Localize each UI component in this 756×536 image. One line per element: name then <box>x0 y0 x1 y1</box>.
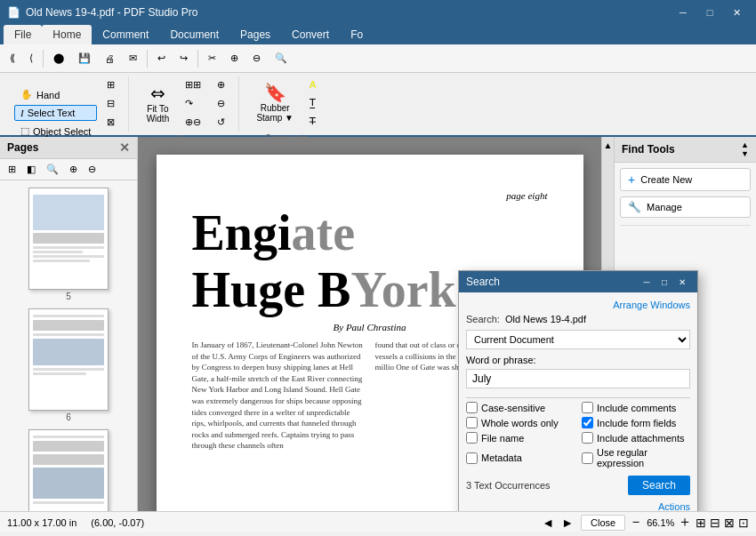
check-filename-label: File name <box>481 433 524 444</box>
check-include-form-fields[interactable]: Include form fields <box>582 417 690 428</box>
highlight-tool[interactable]: A <box>303 76 322 92</box>
manage-label: Manage <box>647 202 682 212</box>
headline-1-start: Engi <box>192 205 292 260</box>
pages-tb-1[interactable]: ⊞ <box>4 161 20 178</box>
check-file-name[interactable]: File name <box>466 432 575 444</box>
check-include-attachments[interactable]: Include attachments <box>582 432 690 444</box>
strikeout-tool[interactable]: T̶ <box>303 113 322 130</box>
checkbox-case-sensitive[interactable] <box>466 402 478 413</box>
toolbar-cut[interactable]: ✂ <box>202 47 222 70</box>
underline-tool[interactable]: T̲ <box>303 94 322 111</box>
object-select-icon: ⬚ <box>20 125 29 137</box>
search-in-row: Search: Old News 19-4.pdf <box>466 314 690 324</box>
toolbar-new[interactable]: ⬤ <box>47 47 70 70</box>
tab-convert[interactable]: Convert <box>281 25 340 44</box>
view-grid[interactable]: ⊞⊞ <box>179 76 207 93</box>
tool-hand[interactable]: ✋ Hand <box>14 86 97 103</box>
zoom-out-btn[interactable]: － <box>629 513 643 532</box>
page-next-btn[interactable]: ► <box>558 516 577 530</box>
page-prev-btn[interactable]: ◄ <box>538 516 558 530</box>
toolbar-back[interactable]: ⟪ <box>4 47 21 70</box>
check-metadata[interactable]: Metadata <box>466 447 575 468</box>
app-logo: 📄 <box>7 6 20 19</box>
toolbar-email[interactable]: ✉ <box>123 47 143 70</box>
checkbox-regex[interactable] <box>582 452 593 464</box>
check-include-comments[interactable]: Include comments <box>582 402 690 413</box>
toolbar-save[interactable]: 💾 <box>72 47 97 70</box>
toolbar-prev[interactable]: ⟨ <box>23 47 39 70</box>
checkbox-include-comments[interactable] <box>582 402 593 413</box>
view-rotate-ccw[interactable]: ⊕⊖ <box>179 114 207 131</box>
tab-comment[interactable]: Comment <box>92 25 159 44</box>
create-new-button[interactable]: + Create New <box>620 168 751 191</box>
phrase-input[interactable] <box>466 369 690 388</box>
tab-fo[interactable]: Fo <box>340 25 374 44</box>
close-button[interactable]: Close <box>581 515 625 531</box>
checkbox-whole-words[interactable] <box>466 417 478 428</box>
toolbar-redo[interactable]: ↪ <box>173 47 194 70</box>
fit-to-width-button[interactable]: ⇔ Fit ToWidth <box>140 80 175 128</box>
doc-headline-1: Engiate <box>192 208 548 258</box>
check-whole-words[interactable]: Whole words only <box>466 417 575 428</box>
toolbar-print[interactable]: 🖨 <box>99 47 121 70</box>
rubber-stamp-button[interactable]: 🔖 RubberStamp ▼ <box>250 79 300 127</box>
check-regex[interactable]: Use regular expression <box>582 447 690 468</box>
dialog-maximize[interactable]: □ <box>656 275 672 289</box>
ribbon-view-content: ⇔ Fit ToWidth ⊞⊞ ↷ ⊕⊖ ⊕ ⊖ ↺ <box>140 76 231 131</box>
toolbar-extra1[interactable]: ⊞ <box>101 76 121 93</box>
zoom-in-btn[interactable]: ＋ <box>678 513 692 532</box>
tool-select-text[interactable]: I Select Text <box>14 105 97 121</box>
search-button[interactable]: Search <box>628 476 690 495</box>
maximize-button[interactable]: □ <box>697 4 722 21</box>
checkbox-include-form-fields[interactable] <box>582 417 593 428</box>
pages-panel: Pages ✕ ⊞ ◧ 🔍 ⊕ ⊖ <box>0 137 138 511</box>
search-count: 3 Text Occurrences <box>466 480 551 491</box>
view-rotate-cw[interactable]: ↷ <box>179 95 207 112</box>
toolbar-zoomin[interactable]: ⊕ <box>224 47 245 70</box>
check-case-label: Case-sensitive <box>481 403 545 413</box>
toolbar-zoomout[interactable]: ⊖ <box>246 47 267 70</box>
tab-document[interactable]: Document <box>159 25 229 44</box>
close-window-button[interactable]: ✕ <box>724 4 749 21</box>
find-scroll-up[interactable]: ▲ <box>741 140 749 149</box>
page-thumb-6[interactable]: 6 <box>4 305 133 426</box>
page-thumb-5[interactable]: 5 <box>4 184 133 305</box>
pages-tb-2[interactable]: ◧ <box>22 161 40 178</box>
toolbar-extra2[interactable]: ⊟ <box>101 95 121 112</box>
ribbon: ✋ Hand I Select Text ⬚ Object Select ⊞ ⊟… <box>0 73 756 137</box>
find-tools-content: + Create New 🔧 Manage <box>615 163 756 233</box>
toolbar-search[interactable]: 🔍 <box>269 47 294 70</box>
minimize-button[interactable]: ─ <box>671 4 696 21</box>
pages-tb-3[interactable]: 🔍 <box>42 161 63 178</box>
page-thumb-7[interactable]: 7 <box>4 426 133 511</box>
dialog-minimize[interactable]: ─ <box>639 275 655 289</box>
find-scroll-down[interactable]: ▼ <box>741 149 749 158</box>
pages-panel-header: Pages ✕ <box>0 137 137 159</box>
rubber-stamp-label: RubberStamp ▼ <box>256 103 294 123</box>
checkbox-file-name[interactable] <box>466 432 478 444</box>
tab-file[interactable]: File <box>4 25 42 44</box>
toolbar-extra3[interactable]: ⊠ <box>101 114 121 131</box>
ribbon-comments-content: 🔖 RubberStamp ▼ A T̲ T̶ <box>250 76 322 130</box>
check-case-sensitive[interactable]: Case-sensitive <box>466 402 575 413</box>
pages-tb-5[interactable]: ⊖ <box>84 161 101 178</box>
find-tools-header: Find Tools ▲ ▼ <box>615 137 756 163</box>
toolbar-undo[interactable]: ↩ <box>151 47 172 70</box>
select-text-icon: I <box>20 108 24 118</box>
view-mode-icons: ⊞ ⊟ ⊠ ⊡ <box>696 516 749 530</box>
manage-button[interactable]: 🔧 Manage <box>620 196 751 218</box>
view-zoom-out[interactable]: ⊖ <box>211 95 231 112</box>
tab-home[interactable]: Home <box>42 25 92 44</box>
checkbox-include-attachments[interactable] <box>582 432 593 444</box>
pages-tb-4[interactable]: ⊕ <box>65 161 82 178</box>
checkbox-metadata[interactable] <box>466 452 478 464</box>
scope-select[interactable]: Current Document <box>466 330 690 349</box>
arrange-windows-link[interactable]: Arrange Windows <box>466 300 690 310</box>
pages-panel-close[interactable]: ✕ <box>119 140 130 155</box>
actions-link[interactable]: Actions <box>658 501 690 511</box>
view-zoom-in[interactable]: ⊕ <box>211 76 231 93</box>
tab-pages[interactable]: Pages <box>229 25 281 44</box>
dialog-close[interactable]: ✕ <box>674 275 690 289</box>
view-zoom-pct[interactable]: ↺ <box>211 114 231 131</box>
scroll-up[interactable]: ▲ <box>604 140 613 150</box>
